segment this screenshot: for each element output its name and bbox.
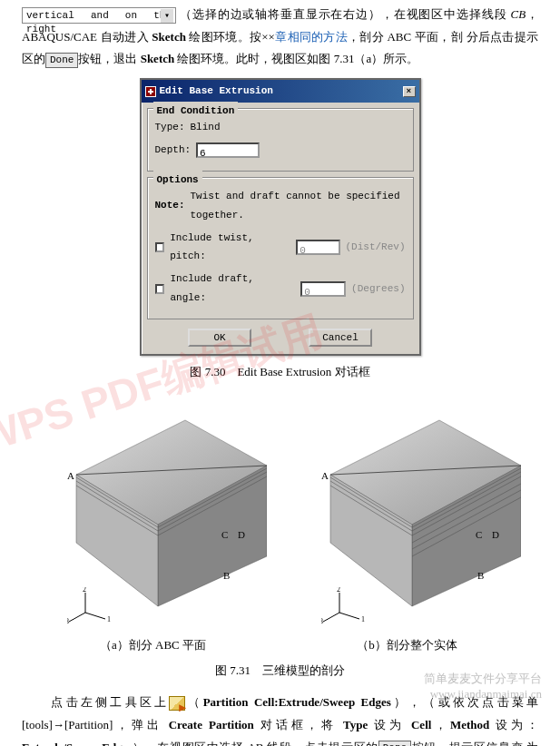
dialog-titlebar: Edit Base Extrusion ×	[142, 80, 419, 103]
edit-base-extrusion-dialog: Edit Base Extrusion × End Condition Type…	[140, 78, 421, 356]
depth-label: Depth:	[155, 141, 192, 160]
text: （选择的边或轴将垂直显示在右边），在视图区中选择线段	[180, 7, 506, 21]
type-bold: Type	[343, 718, 368, 731]
note-text: Twist and draft cannot be specified toge…	[191, 187, 406, 225]
twist-label: Include twist, pitch:	[170, 229, 290, 267]
paragraph-2: 点击左侧工具区上（Partition Cell:Extrude/Sweep Ed…	[22, 692, 538, 746]
svg-line-35	[339, 613, 359, 619]
twist-input: 0	[296, 240, 339, 255]
done-button-inline-1[interactable]: Done	[45, 53, 78, 68]
type-value: Blind	[191, 118, 221, 137]
chapter-link[interactable]: 章相同的方法	[275, 30, 348, 44]
svg-text:3: 3	[67, 617, 69, 623]
method-bold: Method	[450, 718, 489, 731]
dialog-buttons: OK Cancel	[142, 325, 419, 354]
dialog-figure: Edit Base Extrusion × End Condition Type…	[140, 78, 421, 356]
svg-text:3: 3	[321, 617, 323, 623]
group-title-2: Options	[153, 171, 202, 190]
svg-text:2: 2	[337, 587, 340, 594]
caption-7-30: 图 7.30 Edit Base Extrusion 对话框	[22, 361, 538, 384]
cancel-button[interactable]: Cancel	[309, 329, 372, 347]
text: 为	[526, 741, 538, 746]
draft-input: 0	[300, 281, 346, 297]
text: ，	[431, 718, 450, 731]
svg-text:1: 1	[361, 615, 365, 623]
done-button-inline-2[interactable]: Done	[378, 741, 411, 746]
svg-text:2: 2	[83, 587, 86, 594]
dialog-icon	[145, 86, 156, 97]
subcaption-b: （b）剖分整个实体	[294, 634, 521, 657]
text: （	[185, 695, 202, 709]
text: ，剖分 ABC 平面，剖	[348, 30, 463, 44]
partition-tool-icon[interactable]	[169, 696, 185, 711]
type-label: Type:	[155, 118, 185, 137]
label-d: D	[238, 529, 245, 540]
end-condition-group: End Condition Type: Blind Depth: 6	[147, 108, 414, 172]
draft-unit: (Degrees)	[351, 280, 405, 299]
draft-label: Include draft, angle:	[170, 270, 295, 308]
sketch-word: Sketch	[152, 30, 186, 44]
svg-line-12	[85, 613, 105, 619]
text: 绘图环境。按××	[186, 30, 275, 44]
svg-line-37	[323, 613, 339, 622]
extrude-sweep-bold: Extrude/Sweep Edges	[22, 741, 133, 746]
caption-7-31: 图 7.31 三维模型的剖分	[22, 660, 538, 682]
group-title-1: End Condition	[153, 102, 239, 121]
text: 设为：	[489, 718, 538, 731]
draft-checkbox[interactable]	[155, 284, 165, 294]
note-label: Note:	[155, 196, 185, 215]
depth-input[interactable]: 6	[196, 142, 260, 158]
svg-text:C: C	[476, 529, 482, 540]
text: [tools]→[Partition]，弹出	[22, 718, 169, 731]
ok-button[interactable]: OK	[188, 329, 251, 347]
subfig-a: A B C D 2 1 3 （a）剖分 ABC 平面	[40, 393, 267, 657]
svg-text:A: A	[321, 470, 329, 481]
close-icon[interactable]: ×	[403, 86, 416, 97]
label-b: B	[223, 570, 230, 581]
svg-text:B: B	[477, 570, 484, 581]
label-a: A	[67, 470, 74, 481]
create-partition-bold: Create Partition	[169, 718, 254, 731]
text: 按钮，提示区信息变	[411, 741, 523, 746]
twist-unit: (Dist/Rev)	[346, 238, 406, 257]
subfig-b: A B C D 2 1 3 （b）剖分整个实体	[294, 393, 521, 657]
text: 设为	[368, 718, 411, 731]
axis-indicator-b: 2 1 3	[321, 587, 367, 623]
partition-cell-bold: Partition Cell:Extrude/Sweep Edges	[203, 695, 391, 709]
text: 按钮，退出	[78, 52, 140, 65]
paragraph-1: vertical and on the right （选择的边或轴将垂直显示在右…	[22, 4, 538, 71]
label-c: C	[221, 529, 228, 540]
options-group: Options Note: Twist and draft cannot be …	[147, 177, 414, 319]
svg-text:D: D	[492, 529, 499, 540]
subcaption-a: （a）剖分 ABC 平面	[40, 634, 267, 657]
svg-line-14	[69, 613, 85, 622]
text: ），（或依次点击菜单	[391, 695, 538, 709]
sketch-word-2: Sketch	[141, 52, 175, 65]
svg-text:1: 1	[107, 615, 111, 623]
axis-indicator-a: 2 1 3	[67, 587, 113, 623]
text: 点击左侧工具区上	[22, 695, 169, 709]
segment-cb: CB	[511, 7, 526, 21]
text: ），在视图区中选择 AB 线段，点击提示区的	[133, 741, 378, 746]
twist-checkbox[interactable]	[155, 242, 165, 252]
dialog-title: Edit Base Extrusion	[160, 82, 273, 101]
text: 绘图环境。此时，视图区如图 7.31（a）所示。	[174, 52, 418, 65]
axis-dropdown[interactable]: vertical and on the right	[22, 7, 176, 24]
text: 对话框，将	[254, 718, 343, 731]
cell-bold: Cell	[411, 718, 431, 731]
figure-7-31: A B C D 2 1 3 （a）剖分 ABC 平面	[22, 393, 538, 657]
